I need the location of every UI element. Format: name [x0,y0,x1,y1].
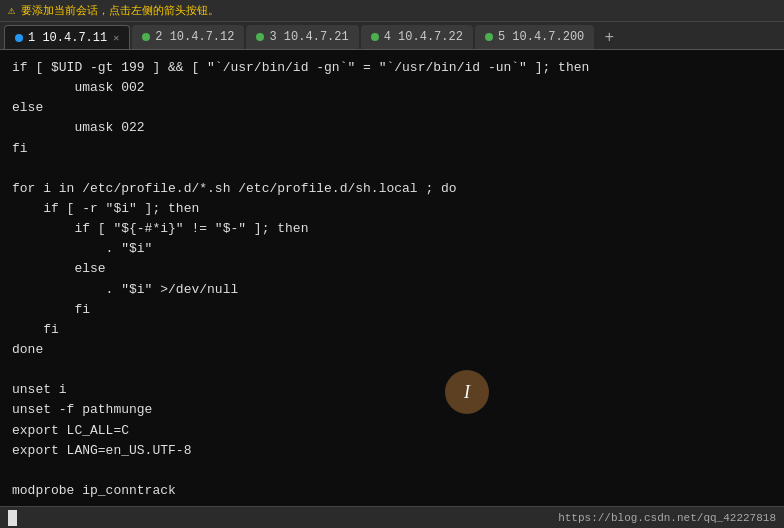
status-left [8,510,21,526]
notification-text: 要添加当前会话，点击左侧的箭头按钮。 [21,3,219,18]
tab-dot-2 [142,33,150,41]
tab-bar: 1 10.4.7.11 ✕ 2 10.4.7.12 3 10.4.7.21 4 … [0,22,784,50]
tab-1[interactable]: 1 10.4.7.11 ✕ [4,25,130,49]
cursor-blink [8,510,17,526]
status-bar: https://blog.csdn.net/qq_42227818 [0,506,784,528]
tab-3[interactable]: 3 10.4.7.21 [246,25,358,49]
tab-5[interactable]: 5 10.4.7.200 [475,25,594,49]
notification-icon: ⚠ [8,3,15,18]
tab-close-1[interactable]: ✕ [113,32,119,44]
tab-dot-4 [371,33,379,41]
tab-dot-1 [15,34,23,42]
tab-2[interactable]: 2 10.4.7.12 [132,25,244,49]
tab-label-5: 5 10.4.7.200 [498,30,584,44]
tab-label-1: 1 10.4.7.11 [28,31,107,45]
status-url: https://blog.csdn.net/qq_42227818 [558,512,776,524]
tab-label-2: 2 10.4.7.12 [155,30,234,44]
terminal-output: if [ $UID -gt 199 ] && [ "`/usr/bin/id -… [12,58,772,506]
tab-4[interactable]: 4 10.4.7.22 [361,25,473,49]
tab-label-4: 4 10.4.7.22 [384,30,463,44]
tab-label-3: 3 10.4.7.21 [269,30,348,44]
add-tab-button[interactable]: + [598,27,620,49]
tab-dot-3 [256,33,264,41]
terminal-area[interactable]: if [ $UID -gt 199 ] && [ "`/usr/bin/id -… [0,50,784,506]
notification-bar: ⚠ 要添加当前会话，点击左侧的箭头按钮。 [0,0,784,22]
tab-dot-5 [485,33,493,41]
